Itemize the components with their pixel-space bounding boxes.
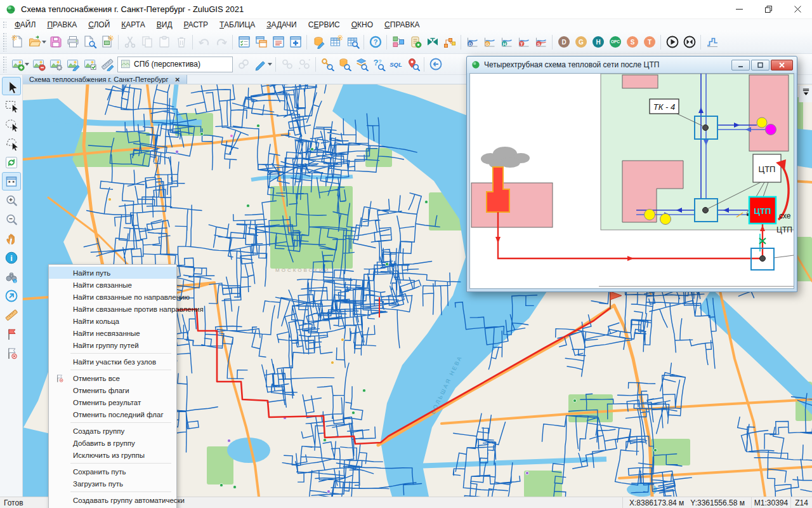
context-item-отменить-все[interactable]: Отменить все	[49, 372, 176, 384]
panel-list-button[interactable]	[235, 33, 252, 51]
tab-close-icon[interactable]: ✕	[174, 76, 180, 83]
schematic-maximize-button[interactable]	[751, 60, 769, 70]
menubar-grip[interactable]	[3, 21, 6, 29]
graph-t-button[interactable]: T	[515, 33, 532, 51]
seek-circle-button[interactable]	[681, 33, 698, 51]
pencil-blue-dropdown-icon[interactable]	[267, 63, 273, 66]
step-chart-button[interactable]	[704, 33, 721, 51]
save-button[interactable]	[47, 33, 64, 51]
graph-d-button[interactable]: D	[464, 33, 481, 51]
context-item-найти-несвязанные[interactable]: Найти несвязанные	[49, 327, 176, 339]
select-rect-tool[interactable]	[2, 96, 21, 114]
menu-таблица[interactable]: ТАБЛИЦА	[214, 20, 261, 29]
print-preview-button[interactable]	[81, 33, 98, 51]
schematic-minimize-button[interactable]	[731, 60, 750, 70]
circle-h-button[interactable]: H	[589, 33, 606, 51]
find-q-button[interactable]: ??	[370, 55, 387, 73]
context-item-отменить-флаги[interactable]: Отменить флаги	[49, 384, 176, 396]
open-folder-button[interactable]	[26, 33, 43, 51]
pan-hand-tool[interactable]	[2, 229, 21, 248]
menu-справка[interactable]: СПРАВКА	[379, 20, 426, 29]
schematic-window-titlebar[interactable]: Четырехтрубная схема тепловой сети после…	[467, 57, 797, 73]
circle-g-button[interactable]: G	[572, 33, 589, 51]
context-item-добавить-в-группу[interactable]: Добавить в группу	[49, 437, 176, 449]
menu-файл[interactable]: ФАЙЛ	[9, 20, 41, 29]
schematic-canvas[interactable]: ТК - 4 ЦТП ЦТП схе ЦТП	[469, 73, 794, 289]
graph-g-button[interactable]: G	[481, 33, 498, 51]
goto-arrow-tool[interactable]	[2, 286, 21, 305]
menu-растр[interactable]: РАСТР	[178, 20, 214, 29]
nodes-button[interactable]	[441, 33, 458, 51]
layer-add-button[interactable]	[9, 55, 26, 73]
zoom-in-tool[interactable]	[2, 191, 21, 210]
layer-check-button[interactable]	[81, 55, 98, 73]
circle-opc-button[interactable]: OPC	[606, 33, 624, 51]
zoom-extent-tool[interactable]	[2, 172, 21, 190]
new-doc-button[interactable]	[9, 33, 26, 51]
consumer-node-magenta[interactable]	[766, 124, 776, 135]
close-button[interactable]	[783, 0, 812, 18]
menu-сервис[interactable]: СЕРВИС	[303, 20, 346, 29]
context-item-найти-путь[interactable]: Найти путь	[49, 267, 176, 279]
layer-edit-button[interactable]	[64, 55, 81, 73]
toolbar-main-grip[interactable]	[3, 32, 6, 51]
context-item-сохранить-путь[interactable]: Сохранить путь	[49, 465, 176, 478]
menu-задачи[interactable]: ЗАДАЧИ	[261, 20, 302, 29]
open-folder-dropdown-icon[interactable]	[41, 41, 47, 44]
db-edit-button[interactable]	[310, 33, 327, 51]
measure-ruler-tool[interactable]	[2, 305, 21, 324]
context-item-найти-связанные[interactable]: Найти связанные	[49, 279, 176, 291]
layer-add-dropdown-icon[interactable]	[24, 63, 30, 66]
print-button[interactable]	[64, 33, 81, 51]
find-layers-button[interactable]	[353, 55, 370, 73]
info-tool[interactable]: i	[2, 248, 21, 267]
layer-remove-button[interactable]	[30, 55, 47, 73]
menu-вид[interactable]: ВИД	[151, 20, 178, 29]
toolbar-map-grip[interactable]	[3, 56, 6, 72]
nav-back-button[interactable]	[427, 55, 444, 73]
play-circle-button[interactable]	[664, 33, 681, 51]
panel-text-button[interactable]	[270, 33, 287, 51]
map-selector-combo[interactable]: СПб (перспектива)	[117, 57, 233, 72]
circle-s-button[interactable]: S	[624, 33, 641, 51]
pencil-blue-button[interactable]	[252, 55, 269, 73]
panel-cascade-button[interactable]	[252, 33, 270, 51]
refresh-tool[interactable]	[2, 153, 21, 171]
circle-t-button[interactable]: T	[641, 33, 658, 51]
pointer-tool[interactable]	[2, 77, 21, 95]
restore-button[interactable]	[754, 0, 783, 18]
zoom-out-tool[interactable]	[2, 210, 21, 229]
tab-heat-scheme[interactable]: Схема теплоснабжения г. Санкт-Петербург …	[23, 75, 187, 84]
panel-plus-button[interactable]	[287, 33, 304, 51]
graph-h-button[interactable]: H	[498, 33, 515, 51]
find-db-button[interactable]	[336, 55, 353, 73]
select-polygon-tool[interactable]	[2, 134, 21, 152]
consumer-node-yellow-1[interactable]	[757, 117, 767, 128]
context-item-создать-группу[interactable]: Создать группу	[49, 425, 176, 437]
toolbar-overflow-icon[interactable]	[799, 86, 812, 102]
find-binoculars-tool[interactable]: i	[2, 267, 21, 286]
ctp-red-block[interactable]: ЦТП	[749, 197, 776, 224]
table-new-button[interactable]	[327, 33, 344, 51]
context-item-найти-связанные-по-направлению[interactable]: Найти связанные по направлению	[49, 291, 176, 303]
scroll-badge-button[interactable]	[407, 33, 424, 51]
select-ellipse-tool[interactable]	[2, 115, 21, 133]
context-item-отменить-результат[interactable]: Отменить результат	[49, 396, 176, 408]
context-item-отменить-последний-флаг[interactable]: Отменить последний флаг	[49, 408, 176, 420]
context-item-найти-кольца[interactable]: Найти кольца	[49, 315, 176, 327]
circle-d-button[interactable]: D	[555, 33, 572, 51]
context-item-загрузить-путь[interactable]: Загрузить путь	[49, 478, 176, 490]
sql-button[interactable]: SQL	[387, 55, 404, 73]
context-item-исключить-из-группы[interactable]: Исключить из группы	[49, 449, 176, 461]
menu-слой[interactable]: СЛОЙ	[82, 20, 115, 29]
menu-окно[interactable]: ОКНО	[346, 20, 379, 29]
context-item-найти-связанные-против-направления[interactable]: Найти связанные против направления	[49, 303, 176, 315]
menu-карта[interactable]: КАРТА	[115, 20, 150, 29]
minimize-button[interactable]	[724, 0, 754, 18]
context-item-создавать-группу-автоматически[interactable]: Создавать группу автоматически	[49, 494, 176, 506]
help-button[interactable]: ?	[367, 33, 384, 51]
layer-props-button[interactable]	[47, 55, 64, 73]
valve-button[interactable]	[424, 33, 441, 51]
table-find-button[interactable]	[344, 33, 361, 51]
consumer-node-yellow-2[interactable]	[645, 210, 655, 220]
